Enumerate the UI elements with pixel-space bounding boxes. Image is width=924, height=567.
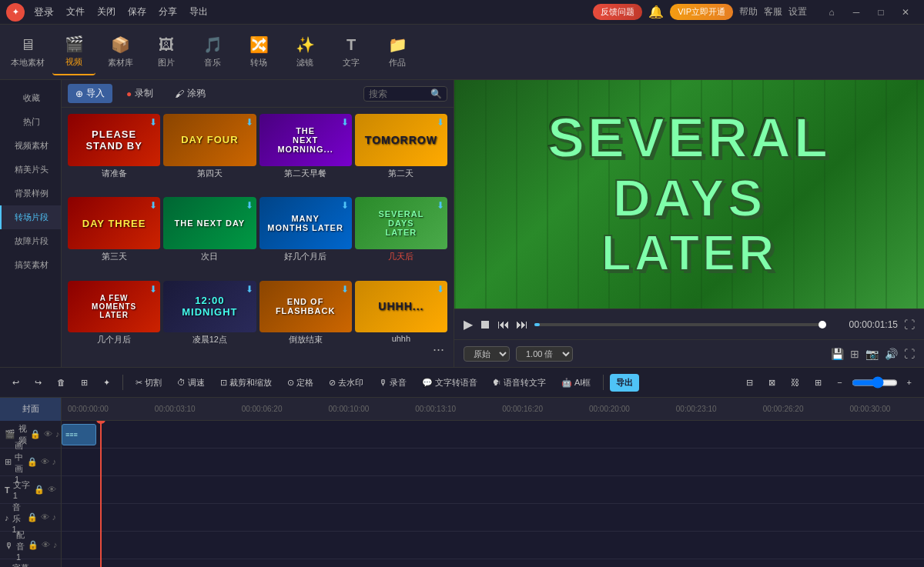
paint-button[interactable]: 🖌 涂鸦 (167, 84, 213, 103)
sidebar-transition[interactable]: 转场片段 (0, 205, 61, 229)
audio-icon[interactable]: ♪ (53, 540, 58, 550)
speed-select[interactable]: 1.00 倍 (516, 346, 573, 362)
download-icon[interactable]: ⬇ (341, 117, 349, 128)
split-mode-button[interactable]: ⊞ (75, 375, 94, 391)
menu-save[interactable]: 保存 (128, 5, 146, 18)
help-link[interactable]: 帮助 (739, 5, 758, 18)
zoom-out-button[interactable]: − (831, 375, 848, 391)
tool-music[interactable]: 🎵 音乐 (191, 29, 234, 75)
sidebar-intro[interactable]: 精美片头 (0, 158, 61, 182)
audio-icon[interactable]: ♪ (52, 457, 57, 467)
link-button[interactable]: ⛓ (785, 375, 805, 391)
delete-button[interactable]: 🗑 (51, 375, 72, 390)
audio-button[interactable]: 🎙 录音 (373, 374, 413, 392)
tool-works[interactable]: 📁 作品 (376, 29, 419, 75)
search-input[interactable] (369, 88, 430, 99)
menu-close[interactable]: 关闭 (97, 5, 116, 18)
close-button[interactable]: ✕ (893, 3, 918, 22)
undo-button[interactable]: ↩ (6, 375, 25, 391)
import-button[interactable]: ⊕ 导入 (68, 84, 112, 103)
preview-btn2[interactable]: ⊞ (808, 375, 828, 391)
audio-icon[interactable]: ♪ (52, 512, 57, 522)
download-icon[interactable]: ⬇ (341, 200, 349, 211)
list-item[interactable]: PLEASESTAND BY ⬇ 请准备 (68, 114, 160, 194)
download-icon[interactable]: ⬇ (437, 284, 444, 295)
download-icon[interactable]: ⬇ (246, 117, 253, 128)
next-button[interactable]: ⏭ (516, 318, 528, 332)
zoom-icon[interactable]: ⛶ (904, 348, 915, 360)
list-item[interactable]: END OFFLASHBACK ⬇ 倒放结束 (259, 281, 352, 361)
eye-icon[interactable]: 👁 (41, 457, 49, 467)
redo-button[interactable]: ↪ (28, 375, 48, 391)
list-item[interactable]: UHHH... ⬇ uhhh ··· (355, 281, 447, 361)
lock-icon[interactable]: 🔒 (27, 457, 38, 467)
lock-icon[interactable]: 🔒 (34, 485, 45, 495)
lock-icon[interactable]: 🔒 (27, 512, 38, 522)
video-clip[interactable]: ≡≡≡ (62, 424, 96, 445)
speech-button[interactable]: 🗣 语音转文字 (487, 374, 552, 392)
mode-select[interactable]: 原始 (464, 346, 510, 362)
list-item[interactable]: DAY FOUR ⬇ 第四天 (163, 114, 256, 194)
lock-icon[interactable]: 🔒 (28, 540, 38, 550)
more-button[interactable]: ··· (430, 339, 447, 361)
sidebar-video[interactable]: 视频素材 (0, 134, 61, 158)
menu-share[interactable]: 分享 (159, 5, 177, 18)
menu-export[interactable]: 导出 (189, 5, 208, 18)
snap-button[interactable]: ⊟ (740, 375, 759, 391)
trim-button[interactable]: ⊡ 裁剪和缩放 (214, 374, 278, 392)
list-item[interactable]: 12:00MIDNIGHT ⬇ 凌晨12点 (163, 281, 256, 361)
list-item[interactable]: THENEXTMORNING... ⬇ 第二天早餐 (259, 114, 352, 194)
download-icon[interactable]: ⬇ (341, 284, 349, 295)
stop-button[interactable]: ⏹ (479, 318, 491, 332)
notification-icon[interactable]: 🔔 (648, 5, 664, 19)
eye-icon[interactable]: 👁 (44, 429, 52, 439)
tool-text[interactable]: T 文字 (330, 29, 373, 75)
cut-button[interactable]: ✂ 切割 (129, 374, 168, 392)
tool-photo[interactable]: 🖼 图片 (145, 29, 188, 75)
list-item[interactable]: DAY THREE ⬇ 第三天 (68, 197, 160, 277)
download-icon[interactable]: ⬇ (437, 117, 444, 128)
fullscreen-icon[interactable]: ⛶ (904, 319, 915, 331)
download-icon[interactable]: ⬇ (149, 284, 157, 295)
remove-button[interactable]: ⊘ 去水印 (323, 374, 370, 392)
tool-transition[interactable]: 🔀 转场 (237, 29, 280, 75)
maximize-button[interactable]: □ (869, 3, 893, 22)
audio-icon[interactable]: ♪ (55, 429, 60, 439)
download-icon[interactable]: ⬇ (149, 117, 157, 128)
service-link[interactable]: 客服 (764, 5, 782, 18)
snapshot-icon[interactable]: 📷 (865, 348, 879, 360)
sidebar-bg[interactable]: 背景样例 (0, 182, 61, 205)
eye-icon[interactable]: 👁 (41, 512, 49, 522)
download-icon[interactable]: ⬇ (149, 200, 157, 211)
list-item[interactable]: SEVERALDAYSLATER ⬇ 几天后 (355, 197, 447, 277)
progress-bar[interactable] (534, 323, 822, 326)
tool-video[interactable]: 🎬 视频 (52, 29, 95, 75)
stabilize-button[interactable]: ⊙ 定格 (281, 374, 320, 392)
cover-label[interactable]: 封面 (0, 398, 62, 421)
eye-icon[interactable]: 👁 (42, 540, 50, 550)
vip-button[interactable]: VIP立即开通 (670, 4, 733, 20)
feedback-button[interactable]: 反馈问题 (593, 4, 642, 20)
eye-icon[interactable]: 👁 (48, 485, 56, 495)
ripple-button[interactable]: ⊠ (762, 375, 782, 391)
sidebar-popular[interactable]: 热门 (0, 110, 61, 134)
zoom-slider[interactable] (852, 375, 898, 391)
home-button[interactable]: ⌂ (819, 3, 844, 22)
subtitle-button[interactable]: 💬 文字转语音 (416, 374, 484, 392)
download-icon[interactable]: ⬇ (437, 200, 444, 211)
list-item[interactable]: A FEWMOMENTSLATER ⬇ 几个月后 (68, 281, 160, 361)
search-box[interactable]: 🔍 (363, 86, 447, 102)
lock-icon[interactable]: 🔒 (30, 429, 41, 439)
export-button[interactable]: 导出 (610, 374, 639, 392)
play-button[interactable]: ▶ (464, 317, 473, 332)
ai-button[interactable]: 🤖 AI框 (555, 374, 597, 392)
settings-link[interactable]: 设置 (788, 5, 807, 18)
sidebar-favorites[interactable]: 收藏 (0, 86, 61, 110)
adjust-button[interactable]: ⏱ 调速 (171, 374, 211, 392)
tool-filter[interactable]: ✨ 滤镜 (283, 29, 326, 75)
compare-icon[interactable]: ⊞ (850, 348, 859, 360)
menu-file[interactable]: 文件 (66, 5, 85, 18)
tool-local[interactable]: 🖥 本地素材 (6, 29, 49, 75)
list-item[interactable]: MANYMONTHS LATER ⬇ 好几个月后 (259, 197, 352, 277)
minimize-button[interactable]: ─ (844, 3, 869, 22)
